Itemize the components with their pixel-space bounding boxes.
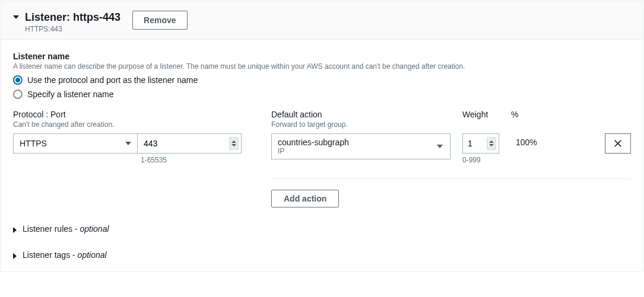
spinner-up-icon[interactable] xyxy=(489,140,494,143)
radio-use-protocol-port[interactable]: Use the protocol and port as the listene… xyxy=(13,75,631,85)
label-action-col: Default action Forward to target group. xyxy=(271,110,462,129)
weight-range-help: 0-999 xyxy=(462,156,504,164)
default-action-help: Forward to target group. xyxy=(271,120,462,129)
target-group-type: IP xyxy=(278,147,431,155)
spinner-down-icon[interactable] xyxy=(231,144,236,146)
radio-icon-checked xyxy=(13,75,23,85)
remove-action-button[interactable] xyxy=(605,133,631,154)
listener-tags-label: Listener tags - optional xyxy=(23,250,107,260)
target-group-select[interactable]: countries-subgraph IP xyxy=(271,133,451,159)
action-labels-row: Default action Forward to target group. … xyxy=(271,110,631,129)
listener-rules-label: Listener rules - optional xyxy=(23,224,109,234)
listener-name-radio-group: Use the protocol and port as the listene… xyxy=(13,75,631,99)
remove-button[interactable]: Remove xyxy=(132,11,187,30)
listener-subtitle: HTTPS:443 xyxy=(25,25,120,33)
label-pct-col: % xyxy=(511,110,547,129)
listener-panel: Listener: https-443 HTTPS:443 Remove Lis… xyxy=(1,1,643,272)
title-block: Listener: https-443 HTTPS:443 xyxy=(25,11,120,33)
radio-label-auto: Use the protocol and port as the listene… xyxy=(27,75,198,85)
radio-specify-name[interactable]: Specify a listener name xyxy=(13,90,631,99)
chevron-down-icon xyxy=(437,145,443,148)
radio-icon-unchecked xyxy=(13,90,23,99)
weight-block: 0-999 xyxy=(462,133,504,164)
action-row: countries-subgraph IP xyxy=(271,133,631,164)
listener-rules-text: Listener rules - xyxy=(23,224,80,234)
weight-label: Weight xyxy=(462,110,511,119)
protocol-select[interactable]: HTTPS xyxy=(13,133,138,154)
panel-header: Listener: https-443 HTTPS:443 Remove xyxy=(1,1,643,40)
port-spinner[interactable] xyxy=(229,137,239,150)
protocol-value: HTTPS xyxy=(20,139,47,148)
listener-tags-text: Listener tags - xyxy=(23,250,78,260)
listener-tags-expandable[interactable]: Listener tags - optional xyxy=(13,250,631,260)
protocol-port-column: Protocol : Port Can't be changed after c… xyxy=(13,110,248,207)
port-range-help: 1-65535 xyxy=(141,156,248,164)
chevron-right-icon xyxy=(13,227,17,233)
divider xyxy=(271,178,631,179)
listener-name-section: Listener name A listener name can descri… xyxy=(13,52,631,99)
listener-name-label: Listener name xyxy=(13,52,631,61)
listener-title: Listener: https-443 xyxy=(25,11,120,24)
close-icon xyxy=(614,139,622,148)
listener-rules-optional: optional xyxy=(80,224,109,234)
default-action-column: Default action Forward to target group. … xyxy=(271,110,631,207)
pct-value: 100% xyxy=(516,133,537,147)
port-input-wrap xyxy=(138,133,242,154)
add-action-button[interactable]: Add action xyxy=(271,190,339,207)
chevron-down-icon xyxy=(125,142,131,145)
pct-text: 100% xyxy=(516,138,537,147)
protocol-port-label: Protocol : Port xyxy=(13,110,248,119)
panel-body: Listener name A listener name can descri… xyxy=(1,40,643,272)
target-group-name: countries-subgraph xyxy=(278,138,431,147)
spinner-down-icon[interactable] xyxy=(489,144,494,146)
columns: Protocol : Port Can't be changed after c… xyxy=(13,110,631,207)
chevron-right-icon xyxy=(13,253,17,259)
spinner-up-icon[interactable] xyxy=(231,140,236,143)
radio-label-manual: Specify a listener name xyxy=(27,90,114,99)
listener-rules-expandable[interactable]: Listener rules - optional xyxy=(13,224,631,234)
protocol-port-controls: HTTPS xyxy=(13,133,248,154)
port-input[interactable] xyxy=(138,134,241,153)
pct-label: % xyxy=(511,110,547,119)
protocol-port-help: Can't be changed after creation. xyxy=(13,120,248,129)
listener-name-help: A listener name can describe the purpose… xyxy=(13,62,631,71)
weight-spinner[interactable] xyxy=(487,137,496,150)
label-weight-col: Weight xyxy=(462,110,511,129)
weight-input-wrap xyxy=(462,133,499,154)
listener-tags-optional: optional xyxy=(78,250,107,260)
default-action-label: Default action xyxy=(271,110,462,119)
collapse-caret-icon[interactable] xyxy=(13,15,19,19)
